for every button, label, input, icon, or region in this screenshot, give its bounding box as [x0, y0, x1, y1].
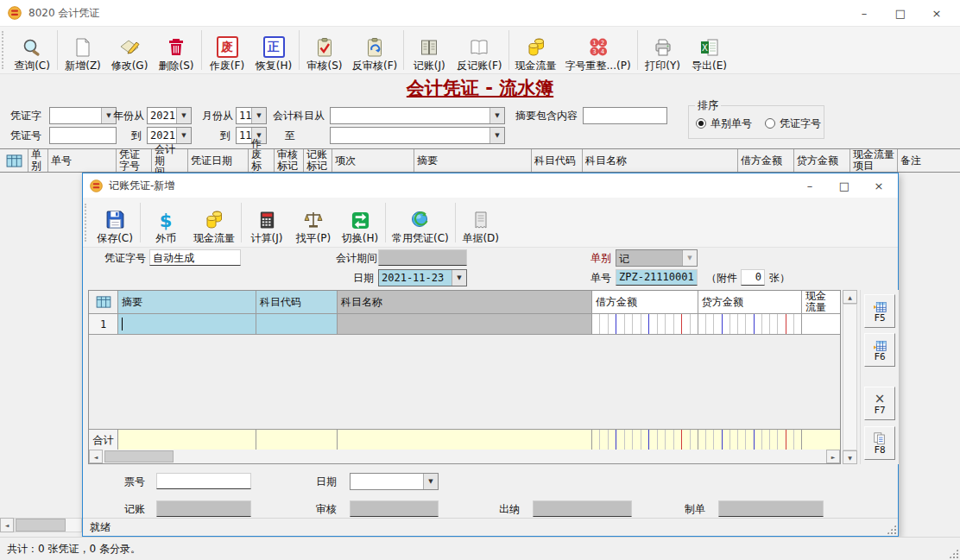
dialog-maximize-button[interactable]: □	[827, 173, 862, 198]
voucher-word-no-field[interactable]: 自动生成	[149, 249, 241, 266]
grid-col-credit[interactable]: 贷方金额	[698, 291, 802, 314]
button-label: 记账(J)	[414, 60, 445, 72]
grid-col-acctcode[interactable]: 科目代码	[256, 291, 338, 314]
window-resize-grip[interactable]	[949, 549, 958, 558]
summary-cell[interactable]	[118, 314, 256, 335]
post-button[interactable]: 记账(J)	[406, 28, 452, 72]
switch-button[interactable]: 切换(H)	[337, 200, 383, 245]
open-book-icon	[469, 35, 489, 58]
dialog-close-button[interactable]: ×	[862, 173, 896, 198]
maximize-button[interactable]: □	[882, 0, 919, 26]
col-header-summary[interactable]: 摘要	[414, 149, 532, 172]
dialog-status-text: 就绪	[90, 520, 111, 535]
col-header-acctcode[interactable]: 科目代码	[532, 149, 583, 172]
close-button[interactable]: ×	[919, 0, 955, 26]
col-header-debit[interactable]: 借方金额	[738, 149, 794, 172]
col-header-acctname[interactable]: 科目名称	[583, 149, 738, 172]
dialog-minimize-button[interactable]: –	[793, 173, 827, 198]
save-button[interactable]: 保存(C)	[92, 200, 138, 245]
grid-col-cashflow[interactable]: 现金 流量	[802, 291, 840, 314]
grid-vscroll-track[interactable]	[843, 304, 857, 450]
query-button[interactable]: 查询(C)	[9, 28, 55, 72]
balance-button[interactable]: 找平(P)	[290, 200, 337, 245]
print-button[interactable]: 打印(Y)	[640, 28, 686, 72]
renumber-button[interactable]: 1234 字号重整...(P)	[561, 28, 635, 72]
year-to-select[interactable]: 2021▼	[147, 127, 192, 144]
audit-button[interactable]: 审核(S)	[301, 28, 348, 72]
grid-vscroll-down-arrow[interactable]: ▼	[843, 450, 857, 464]
col-header-docno[interactable]: 单号	[48, 149, 117, 172]
button-label: 切换(H)	[342, 232, 378, 244]
cashflow-cell[interactable]	[802, 314, 840, 335]
voucher-no-input[interactable]	[49, 127, 117, 144]
col-header-remark[interactable]: 备注	[898, 149, 960, 172]
foreign-currency-button[interactable]: $ 外币	[142, 200, 189, 245]
restore-button[interactable]: 正 恢复(H)	[250, 28, 297, 72]
ticket-no-field[interactable]	[156, 473, 251, 489]
voucher-word-select[interactable]: ▼	[49, 107, 117, 124]
modify-button[interactable]: 修改(G)	[106, 28, 153, 72]
main-hscroll-left-arrow[interactable]: ◄	[0, 518, 14, 532]
delete-row-f7-button[interactable]: × F7	[864, 387, 895, 420]
col-header-doctype[interactable]: 单 别	[28, 149, 48, 172]
export-button[interactable]: X 导出(E)	[686, 28, 733, 72]
void-button[interactable]: 废 作废(F)	[204, 28, 250, 72]
entry-grid-header: 摘要 科目代码 科目名称 借方金额 贷方金额 现金 流量	[89, 291, 840, 314]
col-header-auditflag[interactable]: 审核 标记	[275, 149, 304, 172]
document-button[interactable]: 单据(D)	[458, 200, 504, 245]
col-header-voidflag[interactable]: 作废 标记	[249, 149, 275, 172]
button-label: 反审核(F)	[352, 60, 397, 72]
dialog-cashflow-button[interactable]: 现金流量	[189, 200, 239, 245]
main-hscroll-thumb[interactable]	[16, 519, 66, 532]
grid-hscroll-thumb[interactable]	[104, 450, 174, 462]
audit-clipboard-icon	[314, 35, 335, 58]
footer-date-select[interactable]: ▼	[350, 473, 439, 490]
month-from-select[interactable]: 11▼	[236, 107, 267, 124]
summary-filter-input[interactable]	[583, 107, 667, 124]
chevron-down-icon: ▼	[251, 108, 266, 123]
insert-row-f5-button[interactable]: F5	[864, 294, 895, 328]
dialog-resize-grip[interactable]	[887, 525, 896, 534]
sort-radio-docno[interactable]: 单别单号	[696, 117, 752, 129]
grid-hscroll-right-arrow[interactable]: ►	[826, 450, 840, 463]
copy-row-f8-button[interactable]: F8	[864, 426, 895, 460]
grid-col-summary[interactable]: 摘要	[118, 291, 256, 314]
unaudit-button[interactable]: 反审核(F)	[348, 28, 401, 72]
year-from-select[interactable]: 2021▼	[147, 107, 192, 124]
col-header-credit[interactable]: 贷方金额	[794, 149, 850, 172]
acctcode-cell[interactable]	[256, 314, 338, 335]
account-to-select[interactable]: ▼	[330, 127, 505, 144]
row-number-cell[interactable]: 1	[89, 314, 118, 335]
grid-col-debit[interactable]: 借方金额	[592, 291, 698, 314]
calculate-button[interactable]: 计算(J)	[243, 200, 290, 245]
col-header-postflag[interactable]: 记账 标记	[304, 149, 332, 172]
grid-hscroll-left-arrow[interactable]: ◄	[89, 450, 103, 463]
col-header-voucherno[interactable]: 凭证 字号	[117, 149, 152, 172]
common-voucher-button[interactable]: 常用凭证(C)	[388, 200, 453, 245]
doc-no-field[interactable]: ZPZ-21110001	[616, 269, 698, 286]
col-header-date[interactable]: 凭证日期	[188, 149, 249, 172]
unaudit-clipboard-icon	[364, 35, 385, 58]
grid-corner-cell[interactable]	[89, 291, 118, 314]
col-header-cashflow[interactable]: 现金流量 项目	[850, 149, 898, 172]
add-button[interactable]: 新增(Z)	[60, 28, 106, 72]
sort-radio-voucherno[interactable]: 凭证字号	[765, 117, 821, 129]
doc-no-label: 单号	[591, 269, 611, 286]
credit-amount-cell[interactable]	[698, 314, 802, 335]
grid-hscroll-track[interactable]	[103, 450, 826, 463]
account-from-select[interactable]: ▼	[330, 107, 505, 124]
minimize-button[interactable]: –	[846, 0, 882, 26]
grid-col-acctname[interactable]: 科目名称	[338, 291, 592, 314]
cashflow-button[interactable]: 现金流量	[511, 28, 561, 72]
unpost-button[interactable]: 反记账(F)	[452, 28, 506, 72]
date-select[interactable]: 2021-11-23 ▼	[378, 269, 467, 286]
grid-vscroll-up-arrow[interactable]: ▲	[843, 290, 857, 304]
debit-amount-cell[interactable]	[592, 314, 698, 335]
delete-button[interactable]: 删除(S)	[153, 28, 199, 72]
attachment-count-field[interactable]: 0	[741, 269, 765, 286]
append-row-f6-button[interactable]: F6	[864, 333, 895, 367]
select-all-corner[interactable]	[0, 149, 28, 172]
col-header-period[interactable]: 会计期 间	[152, 149, 188, 172]
chevron-down-icon: ▼	[489, 128, 504, 143]
col-header-itemno[interactable]: 项次	[332, 149, 414, 172]
